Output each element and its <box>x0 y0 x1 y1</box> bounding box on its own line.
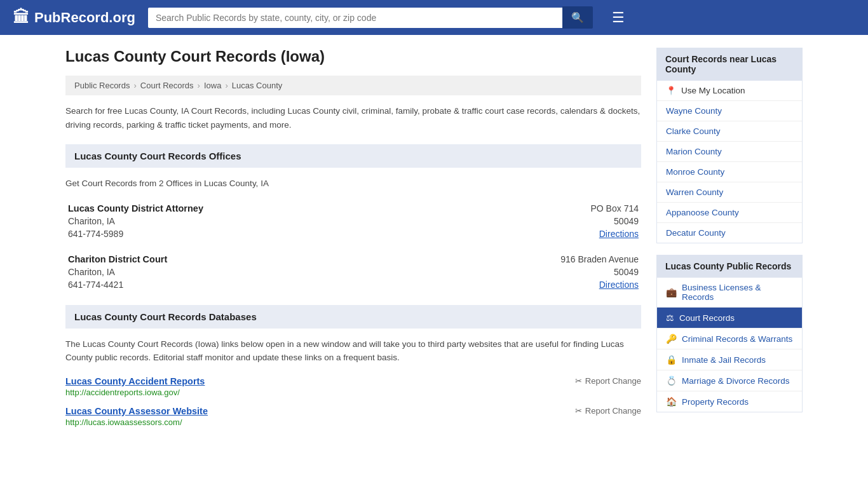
office-left-0: Lucas County District Attorney Chariton,… <box>68 203 203 239</box>
sidebar-pr-header: Lucas County Public Records <box>656 255 803 278</box>
hamburger-icon: ☰ <box>612 10 625 25</box>
office-right-1: 916 Braden Avenue 50049 Directions <box>560 254 639 290</box>
office-address-0: PO Box 714 <box>591 203 639 214</box>
breadcrumb-sep-2: › <box>198 81 200 90</box>
breadcrumb-public-records[interactable]: Public Records <box>74 81 130 90</box>
page-description: Search for free Lucas County, IA Court R… <box>65 104 641 132</box>
office-entry-1: Chariton District Court Chariton, IA 641… <box>65 254 641 290</box>
inmate-icon: 🔒 <box>666 355 677 365</box>
databases-section-header: Lucas County Court Records Databases <box>65 305 641 329</box>
sidebar-pr-criminal-records[interactable]: 🔑 Criminal Records & Warrants <box>657 329 802 349</box>
report-change-1[interactable]: ✂ Report Change <box>575 406 641 416</box>
sidebar-county-monroe[interactable]: Monroe County <box>657 162 802 182</box>
sidebar-nearby-list: 📍 Use My Location Wayne County Clarke Co… <box>656 81 803 243</box>
office-name-0: Lucas County District Attorney <box>68 203 203 214</box>
directions-link-0[interactable]: Directions <box>599 229 639 239</box>
db-url-1[interactable]: http://lucas.iowaassessors.com/ <box>65 417 641 427</box>
sidebar-county-wayne[interactable]: Wayne County <box>657 101 802 121</box>
report-icon-1: ✂ <box>575 406 582 416</box>
logo-icon: 🏛 <box>13 8 29 27</box>
sidebar-pr-marriage-records[interactable]: 💍 Marriage & Divorce Records <box>657 370 802 391</box>
office-address-1: 916 Braden Avenue <box>560 254 639 264</box>
search-button[interactable]: 🔍 <box>562 6 593 29</box>
breadcrumb-sep-1: › <box>133 81 136 90</box>
offices-section-header: Lucas County Court Records Offices <box>65 144 641 168</box>
sidebar-county-appanoose[interactable]: Appanoose County <box>657 203 802 223</box>
office-entry-0: Lucas County District Attorney Chariton,… <box>65 203 641 239</box>
site-header: 🏛 PubRecord.org 🔍 ☰ <box>0 0 868 35</box>
sidebar-pr-inmate-records[interactable]: 🔒 Inmate & Jail Records <box>657 349 802 370</box>
breadcrumb-current: Lucas County <box>232 81 283 90</box>
sidebar-county-clarke[interactable]: Clarke County <box>657 121 802 142</box>
db-url-0[interactable]: http://accidentreports.iowa.gov/ <box>65 388 641 397</box>
sidebar-pr-list: 💼 Business Licenses & Records ⚖ Court Re… <box>656 278 803 412</box>
db-link-1[interactable]: Lucas County Assessor Website <box>65 406 208 416</box>
office-phone-0: 641-774-5989 <box>68 229 203 239</box>
db-entry-0: Lucas County Accident Reports ✂ Report C… <box>65 376 641 397</box>
breadcrumb: Public Records › Court Records › Iowa › … <box>65 76 641 95</box>
directions-link-1[interactable]: Directions <box>599 280 639 290</box>
sidebar-nearby-header: Court Records near Lucas County <box>656 48 803 81</box>
offices-sub-description: Get Court Records from 2 Offices in Luca… <box>65 177 641 191</box>
menu-button[interactable]: ☰ <box>612 10 625 26</box>
sidebar: Court Records near Lucas County 📍 Use My… <box>656 48 803 436</box>
sidebar-pr-court-records[interactable]: ⚖ Court Records <box>657 308 802 329</box>
office-city-1: Chariton, IA <box>68 267 167 277</box>
location-icon: 📍 <box>666 86 676 95</box>
sidebar-county-marion[interactable]: Marion County <box>657 142 802 162</box>
sidebar-county-warren[interactable]: Warren County <box>657 182 802 203</box>
db-link-0[interactable]: Lucas County Accident Reports <box>65 376 205 386</box>
sidebar-pr-business-licenses[interactable]: 💼 Business Licenses & Records <box>657 278 802 308</box>
office-right-0: PO Box 714 50049 Directions <box>591 203 639 239</box>
logo-text: PubRecord.org <box>34 10 135 26</box>
report-change-0[interactable]: ✂ Report Change <box>575 376 641 386</box>
office-phone-1: 641-774-4421 <box>68 280 167 290</box>
office-name-1: Chariton District Court <box>68 254 167 264</box>
office-zip-1: 50049 <box>560 267 639 277</box>
db-entry-1: Lucas County Assessor Website ✂ Report C… <box>65 406 641 427</box>
breadcrumb-court-records[interactable]: Court Records <box>140 81 194 90</box>
sidebar-pr-property-records[interactable]: 🏠 Property Records <box>657 391 802 412</box>
sidebar-use-location[interactable]: 📍 Use My Location <box>657 81 802 101</box>
marriage-icon: 💍 <box>666 376 677 386</box>
search-bar: 🔍 <box>148 6 593 29</box>
search-icon: 🔍 <box>571 12 584 23</box>
office-city-0: Chariton, IA <box>68 216 203 226</box>
site-logo[interactable]: 🏛 PubRecord.org <box>13 8 135 27</box>
page-title: Lucas County Court Records (Iowa) <box>65 48 641 65</box>
property-icon: 🏠 <box>666 396 677 407</box>
breadcrumb-sep-3: › <box>225 81 227 90</box>
business-icon: 💼 <box>666 287 677 297</box>
db-entry-row-1: Lucas County Assessor Website ✂ Report C… <box>65 406 641 416</box>
criminal-icon: 🔑 <box>666 334 677 344</box>
sidebar-county-decatur[interactable]: Decatur County <box>657 223 802 243</box>
main-container: Lucas County Court Records (Iowa) Public… <box>53 35 815 449</box>
content-area: Lucas County Court Records (Iowa) Public… <box>65 48 641 436</box>
report-icon-0: ✂ <box>575 376 582 386</box>
offices-list: Lucas County District Attorney Chariton,… <box>65 203 641 290</box>
databases-description: The Lucas County Court Records (Iowa) li… <box>65 337 641 365</box>
court-icon: ⚖ <box>666 313 674 323</box>
db-entry-row-0: Lucas County Accident Reports ✂ Report C… <box>65 376 641 386</box>
search-input[interactable] <box>148 8 562 28</box>
office-left-1: Chariton District Court Chariton, IA 641… <box>68 254 167 290</box>
office-zip-0: 50049 <box>591 216 639 226</box>
breadcrumb-iowa[interactable]: Iowa <box>204 81 221 90</box>
